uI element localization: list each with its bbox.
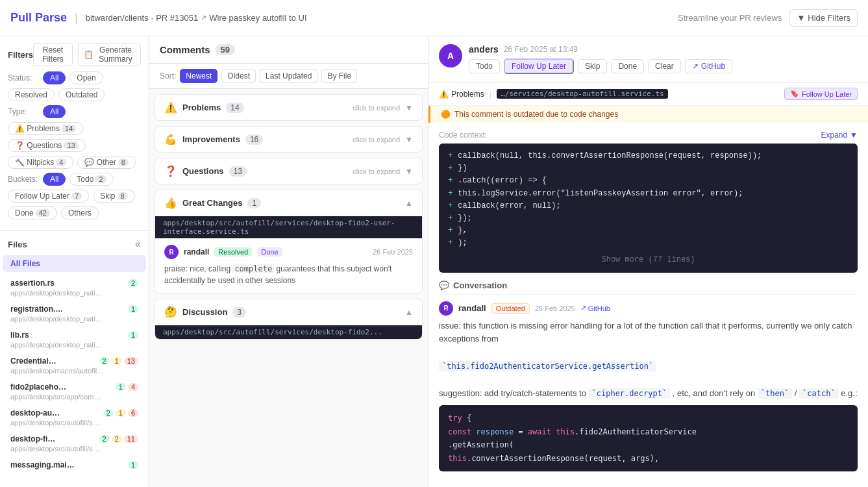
github-icon: ↗ (580, 304, 586, 312)
status-outdated-chip[interactable]: Outdated (58, 88, 105, 101)
status-all-chip[interactable]: All (43, 71, 66, 84)
file-name: lib.rs (10, 331, 29, 340)
file-item[interactable]: assertion.rs 2 apps/desktop/desktop_nati… (3, 275, 146, 301)
file-badges: 2 2 11 (99, 435, 139, 443)
status-label: Status: (8, 73, 39, 82)
file-item[interactable]: desktop-au… 2 1 6 apps/desktop/src/autof… (3, 405, 146, 431)
greatchanges-icon: 👍 (164, 197, 177, 209)
github-link-button[interactable]: ↗ GitHub (685, 59, 732, 73)
clear-button[interactable]: Clear (648, 59, 681, 73)
conv-text: issue: this function is missing error ha… (439, 319, 858, 401)
greatchanges-title: Great Changes (182, 198, 242, 208)
comments-header: Comments 59 (149, 36, 428, 64)
left-panel: Filters Reset Filters 📋 Generate Summary… (0, 36, 149, 487)
info-separator: | (490, 89, 491, 99)
sort-row: Sort: Newest Oldest Last Updated By File (149, 64, 428, 89)
discussion-icon: 🤔 (164, 306, 177, 318)
type-problems-chip[interactable]: ⚠️ Problems 14 (8, 122, 83, 135)
show-more-label[interactable]: Show more (77 lines) (448, 250, 849, 266)
filters-header: Filters Reset Filters 📋 Generate Summary (8, 43, 141, 66)
hide-filters-button[interactable]: ▼ Hide Filters (789, 9, 858, 27)
sort-byfile-button[interactable]: By File (321, 69, 357, 83)
bucket-others-chip[interactable]: Others (61, 206, 99, 219)
conversation-comment: R randall Outdated 26 Feb 2025 ↗ GitHub … (439, 301, 858, 471)
detail-avatar: A (439, 44, 462, 68)
status-resolved-chip[interactable]: Resolved (8, 88, 55, 101)
problems-group-header[interactable]: ⚠️ Problems 14 click to expand ▼ (155, 95, 422, 120)
improvements-group-header[interactable]: 💪 Improvements 16 click to expand ▼ (155, 127, 422, 152)
detail-actions: Todo Follow Up Later Skip Done Clear ↗ G… (469, 58, 858, 74)
sort-newest-button[interactable]: Newest (180, 69, 217, 83)
collapse-files-button[interactable]: « (135, 238, 141, 250)
type-nitpicks-chip[interactable]: 🔨 Nitpicks 4 (8, 156, 73, 169)
outdated-message: 🟠 This comment is outdated due to code c… (428, 106, 868, 123)
warning-icon: ⚠️ (439, 90, 449, 99)
questions-group-header[interactable]: ❓ Questions 13 click to expand ▼ (155, 158, 422, 184)
comment-item[interactable]: apps/desktop/src/autofill/services/deskt… (155, 325, 422, 339)
status-open-chip[interactable]: Open (69, 71, 103, 84)
detail-info-row: ⚠️ Problems | …/services/desktop-autofil… (428, 82, 868, 106)
file-name: desktop-au… (10, 408, 60, 418)
repo-name: bitwarden/clients (86, 13, 149, 23)
skip-button[interactable]: Skip (578, 59, 607, 73)
expand-code-button[interactable]: Expand ▼ (821, 131, 858, 140)
all-files-button[interactable]: All Files (3, 255, 146, 272)
chevron-down-icon: ▼ (405, 135, 413, 144)
bucket-followup-chip[interactable]: Follow Up Later 7 (8, 190, 89, 203)
sort-oldest-button[interactable]: Oldest (221, 69, 256, 83)
streamline-text: Streamline your PR reviews (678, 13, 782, 23)
main-layout: Filters Reset Filters 📋 Generate Summary… (0, 36, 868, 487)
files-header: Files « (0, 236, 149, 255)
generate-summary-button[interactable]: 📋 Generate Summary (78, 43, 141, 66)
bucket-todo-chip[interactable]: Todo 2 (69, 173, 113, 186)
comment-body: R randall Resolved Done 26 Feb 2025 prai… (155, 238, 422, 293)
bucket-skip-chip[interactable]: Skip 8 (93, 190, 134, 203)
chevron-down-icon: ▼ (405, 103, 413, 112)
type-badge: ⚠️ Problems (439, 90, 484, 99)
conv-github-link[interactable]: ↗ GitHub (580, 304, 610, 312)
code-block: + callback(null, this.convertAssertionRe… (439, 144, 858, 273)
discussion-group-header[interactable]: 🤔 Discussion 3 ▲ (155, 299, 422, 325)
right-panel: A anders 26 Feb 2025 at 13:49 Todo Follo… (428, 36, 868, 487)
file-item[interactable]: messaging.mai… 1 (3, 456, 146, 475)
detail-author: anders (469, 44, 499, 55)
app-header: Pull Parse | bitwarden/clients · PR #130… (0, 0, 868, 36)
detail-content: ⚠️ Problems | …/services/desktop-autofil… (428, 82, 868, 487)
problems-group: ⚠️ Problems 14 click to expand ▼ (155, 94, 423, 121)
type-questions-chip[interactable]: ❓ Questions 13 (8, 139, 86, 152)
followuplater-button[interactable]: Follow Up Later (504, 58, 574, 74)
bucket-done-chip[interactable]: Done 42 (8, 206, 57, 219)
file-item[interactable]: Credential… 2 1 13 apps/desktop/macos/au… (3, 353, 146, 379)
file-item[interactable]: lib.rs 1 apps/desktop/desktop_nati… (3, 327, 146, 353)
type-other-chip[interactable]: 💬 Other 8 (77, 156, 135, 169)
detail-header-info: anders 26 Feb 2025 at 13:49 Todo Follow … (469, 44, 858, 74)
bucket-all-chip[interactable]: All (43, 173, 66, 186)
file-name: messaging.mai… (10, 460, 75, 469)
chevron-up-icon: ▲ (405, 199, 413, 208)
filters-title: Filters (8, 50, 33, 60)
questions-title: Questions (182, 166, 224, 176)
header-repo: bitwarden/clients · PR #13051 ↗ Wire pas… (86, 13, 307, 23)
sort-lastupdated-button[interactable]: Last Updated (260, 69, 317, 83)
file-badges: 2 1 13 (99, 357, 139, 365)
conv-avatar: R (439, 301, 453, 316)
summary-icon: 📋 (84, 50, 93, 59)
click-expand-label: click to expand (353, 104, 400, 112)
reset-filters-button[interactable]: Reset Filters (33, 43, 73, 66)
file-path-tag: …/services/desktop-autofill.service.ts (497, 89, 668, 99)
type-all-chip[interactable]: All (43, 105, 66, 118)
comments-list: ⚠️ Problems 14 click to expand ▼ 💪 Im (149, 89, 428, 487)
problems-title: Problems (182, 103, 221, 112)
problems-icon: ⚠️ (164, 101, 177, 114)
greatchanges-group-header[interactable]: 👍 Great Changes 1 ▲ (155, 190, 422, 216)
done-button[interactable]: Done (611, 59, 644, 73)
file-badges: 2 (128, 279, 138, 287)
file-item[interactable]: fido2placeho… 1 4 apps/desktop/src/app/c… (3, 379, 146, 405)
comment-item[interactable]: apps/desktop/src/autofill/services/deskt… (155, 216, 422, 293)
chevron-down-icon: ▼ (850, 131, 858, 140)
file-item[interactable]: registration.… 1 apps/desktop/desktop_na… (3, 301, 146, 327)
todo-button[interactable]: Todo (469, 59, 500, 73)
file-item[interactable]: desktop-fi… 2 2 11 apps/desktop/src/auto… (3, 431, 146, 456)
pr-title: Wire passkey autofill to UI (209, 13, 306, 23)
pr-ext-link-icon[interactable]: ↗ (201, 14, 206, 22)
